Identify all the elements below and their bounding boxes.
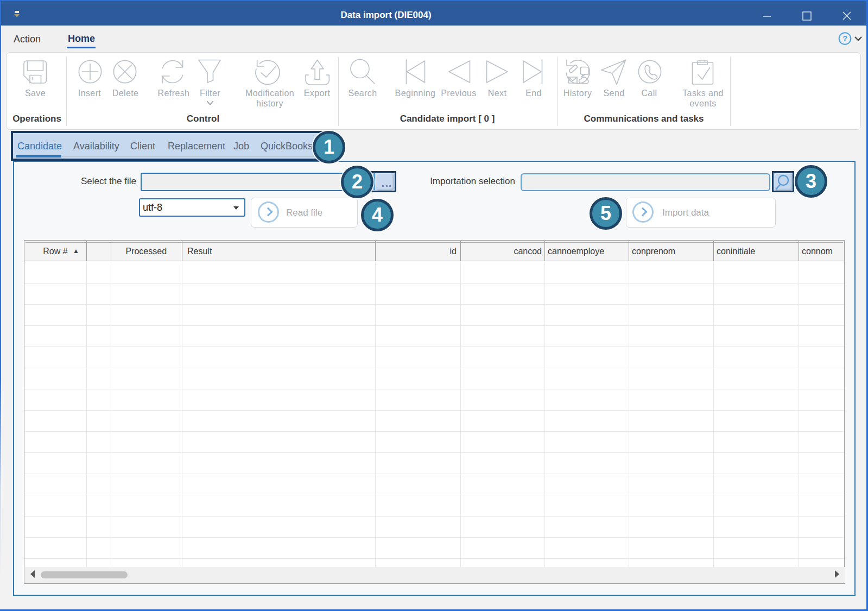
svg-text:?: ? [842, 34, 847, 43]
